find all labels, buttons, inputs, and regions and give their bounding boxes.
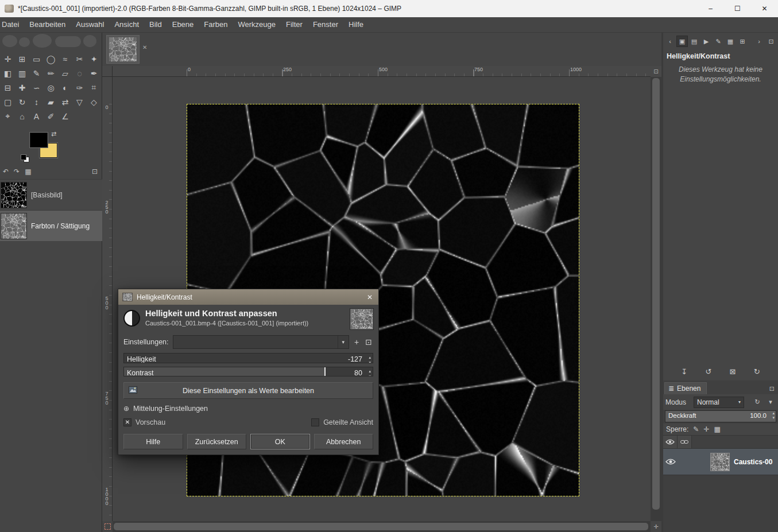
brightness-spinner[interactable]: ▴▾ [369,355,371,363]
tool-rotate-icon[interactable]: ↻ [15,95,29,109]
reset-tool-icon[interactable]: ↻ [754,367,760,376]
foreground-color-swatch[interactable] [30,133,48,147]
tool-pencil-icon[interactable]: ✎ [29,66,44,80]
tool-move-icon[interactable]: ✛ [1,52,15,66]
tool-dodge-burn-icon[interactable]: ◐ [58,80,72,95]
split-view-label[interactable]: Geteilte Ansicht [323,418,373,426]
ruler-corner-button[interactable]: ⊡ [651,66,661,77]
tool-unified-transform-icon[interactable]: ▢ [1,95,15,109]
tool-smudge-icon[interactable]: ∽ [29,80,44,95]
dock-tab-pointer-icon[interactable]: ▶ [700,36,712,47]
menu-werkzeuge[interactable]: Werkzeuge [233,18,281,32]
tool-free-select-icon[interactable]: ≈ [58,52,72,66]
panel-menu-icon[interactable]: ⊡ [92,168,98,176]
visibility-column-icon[interactable] [663,436,678,448]
ruler-origin-corner[interactable] [102,66,113,77]
add-preset-icon[interactable]: + [353,337,360,347]
dock-tab-tool-options-icon[interactable]: ▣ [676,36,688,47]
dock-prev-icon[interactable]: ‹ [664,36,676,47]
tool-scale-icon[interactable]: ↕ [29,95,44,109]
close-button[interactable]: ✕ [751,0,778,17]
tool-text-icon[interactable]: A [29,109,44,123]
cancel-button[interactable]: Abbrechen [314,434,374,449]
navigation-button[interactable]: ✛ [651,521,661,532]
menu-auswahl[interactable]: Auswahl [71,18,109,32]
undo-icon[interactable]: ↶ [3,168,9,176]
save-preset-icon[interactable]: ↧ [681,367,687,376]
help-button[interactable]: Hilfe [123,434,183,449]
tool-shear-icon[interactable]: ▰ [44,95,58,109]
menu-hilfe[interactable]: Hilfe [343,18,369,32]
dock-tab-windows-icon[interactable]: ⊞ [737,36,748,47]
list-item-basisbild[interactable]: [Basisbild] [0,179,102,210]
contrast-spinner[interactable]: ▴▾ [369,368,371,377]
dock-tab-brushes-icon[interactable]: ✎ [713,36,724,47]
image-tab-close-icon[interactable]: ✕ [142,44,147,51]
delete-preset-icon[interactable]: ⊠ [730,367,736,376]
presets-combobox[interactable]: ▾ [173,335,350,349]
tool-paintbrush-icon[interactable]: ✏ [44,66,58,80]
link-column-icon[interactable] [678,436,692,448]
contrast-slider[interactable]: Kontrast 80 ▴▾ [123,367,373,377]
quick-mask-button[interactable] [102,521,113,532]
dock-tab-patterns-icon[interactable]: ▦ [725,36,736,47]
tool-heal-icon[interactable]: ✚ [15,80,29,95]
tool-flip-icon[interactable]: ⇄ [58,95,72,109]
preview-checkbox[interactable]: ✕ [123,418,131,426]
maximize-button[interactable]: ☐ [724,0,751,17]
layer-mode-select[interactable]: Normal ▾ [694,397,744,408]
layer-row[interactable]: Caustics-00 [663,448,778,475]
dock-tab-device-status-icon[interactable]: ▤ [688,36,700,47]
dialog-close-icon[interactable]: ✕ [365,293,374,301]
tool-zoom-icon[interactable]: ⌖ [1,109,15,123]
tool-gradient-icon[interactable]: ▥ [15,66,29,80]
mode-options-button[interactable]: ▾ [765,397,776,407]
preview-label[interactable]: Vorschau [136,418,165,426]
blending-options-expander[interactable]: ⊕ Mittelung-Einstellungen [118,400,378,414]
tool-blur-icon[interactable]: ◎ [44,80,58,95]
layers-tab[interactable]: ≣ Ebenen [664,382,707,394]
tool-scissors-select-icon[interactable]: ✂ [72,52,87,66]
tool-cage-transform-icon[interactable]: ⌂ [15,109,29,123]
brightness-slider[interactable]: Helligkeit -127 ▴▾ [123,353,373,363]
pattern-icon[interactable]: ▦ [25,168,31,176]
layer-thumbnail[interactable] [710,453,730,471]
tool-airbrush-icon[interactable]: ◌ [72,66,87,80]
tool-handle-transform-icon[interactable]: ◇ [87,95,101,109]
menu-bearbeiten[interactable]: Bearbeiten [24,18,71,32]
lock-alpha-icon[interactable]: ▦ [714,425,720,433]
menu-bild[interactable]: Bild [144,18,167,32]
tool-bucket-fill-icon[interactable]: ◧ [1,66,15,80]
vertical-scrollbar[interactable] [651,77,661,521]
vertical-scrollbar-thumb[interactable] [652,78,660,510]
redo-icon[interactable]: ↷ [14,168,20,176]
layers-menu-icon[interactable]: ⊡ [766,385,778,394]
mode-reset-button[interactable]: ↻ [752,397,762,407]
minimize-button[interactable]: – [697,0,724,17]
menu-ansicht[interactable]: Ansicht [109,18,144,32]
menu-filter[interactable]: Filter [281,18,308,32]
split-view-checkbox[interactable] [311,418,319,426]
dialog-title-bar[interactable]: Helligkeit/Kontrast ✕ [118,289,378,305]
horizontal-scrollbar[interactable] [113,521,651,532]
tool-measure-icon[interactable]: ∠ [58,109,72,123]
horizontal-scrollbar-thumb[interactable] [114,523,648,530]
image-tab[interactable] [106,35,140,64]
tool-color-picker-icon[interactable]: ✐ [44,109,58,123]
layer-visibility-eye-icon[interactable] [663,459,678,465]
tool-perspective-icon[interactable]: ▽ [72,95,87,109]
reset-button[interactable]: Zurücksetzen [187,434,247,449]
tool-align-icon[interactable]: ⊞ [15,52,29,66]
lock-position-icon[interactable]: ✛ [703,425,709,433]
tool-fuzzy-select-icon[interactable]: ✦ [87,52,101,66]
reset-colors-icon[interactable] [21,154,29,162]
tool-ellipse-select-icon[interactable]: ◯ [44,52,58,66]
lock-pixels-icon[interactable]: ✎ [693,425,699,433]
opacity-slider[interactable]: Deckkraft 100.0 ▴▾ [665,410,776,422]
menu-fenster[interactable]: Fenster [308,18,343,32]
tool-crop-icon[interactable]: ⌗ [87,80,101,95]
opacity-spinner[interactable]: ▴▾ [772,411,775,420]
tool-paths-icon[interactable]: ✑ [72,80,87,95]
swap-colors-icon[interactable]: ⇄ [51,130,56,138]
menu-farben[interactable]: Farben [199,18,233,32]
